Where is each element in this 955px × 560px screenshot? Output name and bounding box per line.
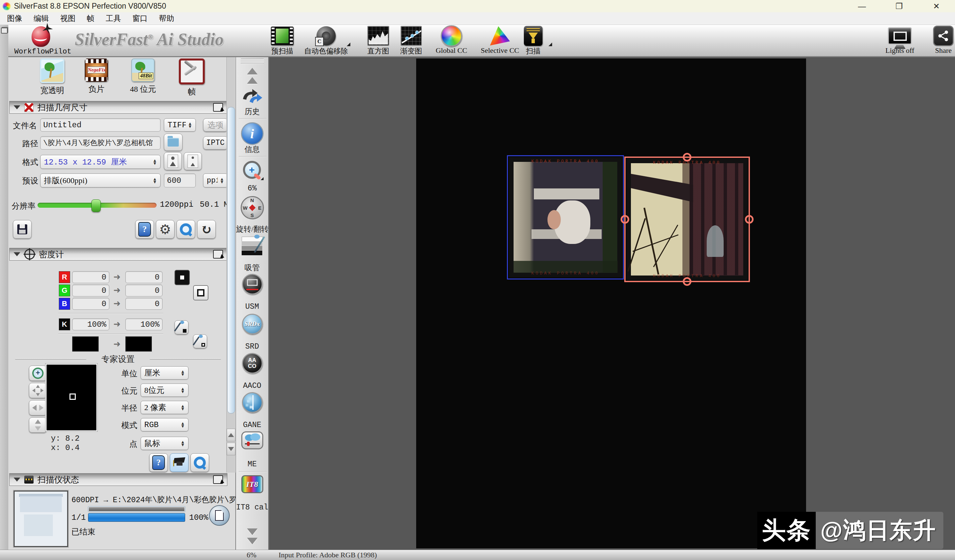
- point-select[interactable]: 鼠标: [141, 437, 188, 450]
- it8-cal-button[interactable]: IT8: [236, 475, 268, 493]
- source-tab-transparency[interactable]: 宽透明: [31, 58, 74, 96]
- zoom-tool-button[interactable]: [236, 161, 268, 180]
- source-tab-48bit[interactable]: 48Bit 48 位元: [121, 58, 164, 94]
- menu-item-tools[interactable]: 工具: [100, 13, 127, 23]
- detach-panel-icon[interactable]: [213, 103, 223, 112]
- scroll-up-arrow[interactable]: [236, 77, 268, 84]
- gane-button[interactable]: [236, 392, 268, 413]
- preview-area[interactable]: KODAK PORTRA 400 KODAK PORTRA 400 KODAK …: [269, 57, 955, 550]
- expert-mode-button[interactable]: [170, 453, 188, 472]
- open-file-button[interactable]: [209, 505, 230, 526]
- srd-button[interactable]: SRDx: [236, 314, 268, 334]
- menu-item-edit[interactable]: 编辑: [28, 13, 55, 23]
- browse-folder-button[interactable]: [164, 134, 183, 151]
- menu-item-view[interactable]: 视图: [55, 13, 81, 23]
- menu-item-image[interactable]: 图像: [2, 13, 28, 23]
- titlebar[interactable]: SilverFast 8.8 EPSON Perfection V800/V85…: [0, 0, 955, 12]
- coordinate-y: y: 8.2: [51, 434, 80, 443]
- orientation-portrait-small-button[interactable]: [184, 152, 202, 170]
- dropdown-corner-icon[interactable]: [261, 177, 264, 180]
- detach-panel-icon[interactable]: [213, 250, 223, 258]
- white-point-pipette-button[interactable]: [193, 334, 207, 348]
- share-button[interactable]: Share: [915, 26, 955, 55]
- usm-button[interactable]: [236, 274, 268, 294]
- resolution-slider-handle[interactable]: [91, 199, 101, 212]
- section-densitometer[interactable]: 密度计: [9, 248, 227, 261]
- panel-scrollbar[interactable]: [226, 57, 236, 472]
- orientation-portrait-button[interactable]: [164, 152, 182, 170]
- scroll-down-arrow[interactable]: [236, 529, 268, 535]
- scrollbar-thumb[interactable]: [227, 107, 235, 413]
- black-point-pipette-button[interactable]: [174, 321, 188, 334]
- scanned-photo-left[interactable]: KODAK PORTRA 400 KODAK PORTRA 400: [509, 157, 622, 277]
- menu-item-frame[interactable]: 帧: [81, 13, 100, 23]
- source-tab-frame[interactable]: 帧: [170, 58, 213, 97]
- bit-depth-select[interactable]: 8位元: [141, 383, 188, 397]
- collapse-icon[interactable]: [14, 477, 20, 482]
- pipette-button[interactable]: [236, 237, 268, 256]
- expert-quicktime-button[interactable]: [191, 453, 209, 472]
- minimize-button[interactable]: —: [843, 0, 881, 12]
- save-settings-button[interactable]: [13, 220, 31, 239]
- frame-handle-bottom[interactable]: [683, 277, 691, 286]
- expert-help-button[interactable]: [149, 453, 168, 472]
- move-frame-button[interactable]: [29, 383, 47, 398]
- collapse-icon[interactable]: [14, 252, 20, 256]
- dropdown-corner-icon[interactable]: [548, 42, 552, 46]
- mode-select[interactable]: RGB: [141, 418, 188, 432]
- pixel-inspector[interactable]: [45, 364, 97, 432]
- file-format-select[interactable]: TIFF: [164, 118, 196, 131]
- quicktime-button[interactable]: [177, 220, 195, 239]
- iptc-button[interactable]: IPTC: [203, 136, 228, 150]
- close-button[interactable]: ✕: [918, 0, 955, 12]
- me-button[interactable]: [236, 432, 268, 449]
- menu-item-help[interactable]: 帮助: [153, 13, 180, 23]
- ppi-input[interactable]: [164, 174, 196, 188]
- scan-thumbnail[interactable]: [14, 491, 68, 547]
- settings-gear-button[interactable]: [156, 220, 174, 239]
- rotate-flip-button[interactable]: N E S W: [236, 196, 268, 219]
- scroll-down-arrow[interactable]: [236, 538, 268, 544]
- info-button[interactable]: [236, 122, 268, 145]
- auto-ccr-label: 自动色偏移除: [298, 46, 354, 56]
- panel-dock-icon[interactable]: [1, 28, 8, 34]
- zoom-in-detail-button[interactable]: +: [29, 366, 47, 381]
- path-input[interactable]: [40, 136, 161, 150]
- workflow-pilot-button[interactable]: WorkflowPilot: [14, 26, 67, 56]
- help-button[interactable]: [135, 220, 154, 239]
- unit-select[interactable]: 厘米: [141, 366, 188, 380]
- film-holder-area[interactable]: KODAK PORTRA 400 KODAK PORTRA 400 KODAK …: [416, 58, 806, 548]
- ppi-unit-select[interactable]: ppi: [203, 174, 228, 188]
- aaco-button[interactable]: AA CO: [236, 353, 268, 374]
- source-tab-negative[interactable]: NegaFix 负片: [75, 58, 118, 94]
- menu-item-window[interactable]: 窗口: [127, 13, 153, 23]
- preset-select[interactable]: 排版(600ppi): [40, 174, 161, 188]
- global-cc-button[interactable]: Global CC: [423, 26, 480, 55]
- toolbar-grip[interactable]: [236, 58, 268, 64]
- reset-button[interactable]: [197, 220, 216, 239]
- history-button[interactable]: [236, 88, 268, 105]
- options-button[interactable]: 选项: [203, 118, 228, 131]
- scroll-down-button[interactable]: [227, 443, 235, 455]
- section-scanner-status[interactable]: 扫描仪状态: [9, 473, 227, 486]
- stepper-icon: [188, 122, 192, 128]
- white-point-target-button[interactable]: [193, 285, 208, 300]
- radius-select[interactable]: 2 像素: [141, 401, 188, 414]
- flip-horizontal-button[interactable]: [29, 400, 47, 415]
- scroll-up-button[interactable]: [227, 429, 235, 441]
- frame-handle-right[interactable]: [745, 215, 753, 224]
- black-point-target-button[interactable]: [174, 270, 190, 285]
- scan-button[interactable]: 扫描: [505, 26, 561, 56]
- collapse-icon[interactable]: [14, 105, 20, 109]
- auto-ccr-button[interactable]: C 自动色偏移除: [298, 26, 354, 56]
- detach-panel-icon[interactable]: [213, 475, 223, 484]
- flip-vertical-button[interactable]: [29, 418, 47, 433]
- frame-handle-left[interactable]: [621, 215, 629, 224]
- format-select[interactable]: 12.53 x 12.59 厘米: [40, 155, 161, 169]
- crop-frame-active[interactable]: [624, 156, 750, 282]
- scroll-up-arrow[interactable]: [236, 68, 268, 74]
- filename-input[interactable]: [40, 118, 161, 131]
- restore-button[interactable]: ❐: [881, 0, 918, 12]
- frame-handle-top[interactable]: [683, 153, 691, 161]
- section-scan-dimensions[interactable]: 扫描几何尺寸: [9, 101, 227, 114]
